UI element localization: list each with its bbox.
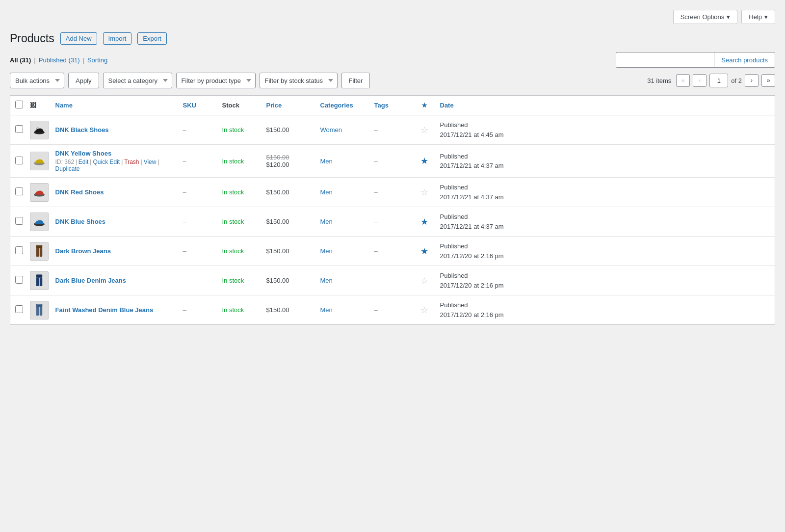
product-type-select[interactable]: Filter by product type — [176, 73, 256, 88]
items-count: 31 items — [647, 77, 671, 84]
product-date-cell: Published2017/12/20 at 2:16 pm — [435, 266, 775, 295]
product-tags-cell: – — [369, 145, 414, 178]
date-value: Published2017/12/21 at 4:37 am — [440, 184, 504, 201]
filter-link-sorting[interactable]: Sorting — [87, 56, 107, 64]
th-price[interactable]: Price — [262, 96, 315, 115]
product-name-link[interactable]: DNK Blue Shoes — [55, 218, 173, 225]
category-link[interactable]: Men — [320, 188, 333, 196]
actions-row: Bulk actions Apply Select a category Fil… — [10, 73, 775, 88]
product-name-link[interactable]: DNK Yellow Shoes — [55, 150, 173, 157]
svg-rect-9 — [36, 277, 38, 286]
product-sku-cell: – — [178, 145, 217, 178]
help-button[interactable]: Help ▾ — [741, 10, 775, 24]
th-sku[interactable]: SKU — [178, 96, 217, 115]
edit-link[interactable]: Edit — [78, 159, 89, 165]
row-checkbox[interactable] — [15, 276, 23, 284]
tags-value: – — [374, 277, 378, 284]
category-link[interactable]: Men — [320, 158, 333, 165]
date-value: Published2017/12/20 at 2:16 pm — [440, 242, 504, 260]
filter-links: All (31) | Published (31) | Sorting — [10, 56, 107, 64]
single-price: $150.00 — [266, 277, 289, 284]
filter-button[interactable]: Filter — [341, 73, 370, 88]
quick-edit-link[interactable]: Quick Edit — [93, 159, 120, 165]
search-input[interactable] — [616, 52, 714, 68]
product-name-link[interactable]: Dark Blue Denim Jeans — [55, 277, 173, 284]
prev-page-button[interactable]: ‹ — [693, 74, 706, 87]
svg-rect-6 — [39, 248, 42, 256]
date-value: Published2017/12/21 at 4:37 am — [440, 213, 504, 230]
featured-star-icon[interactable]: ★ — [420, 156, 428, 166]
category-link[interactable]: Men — [320, 218, 333, 225]
product-name-link[interactable]: DNK Black Shoes — [55, 126, 173, 133]
add-new-button[interactable]: Add New — [60, 32, 97, 45]
th-date[interactable]: Date — [435, 96, 775, 115]
featured-star-icon[interactable]: ★ — [420, 246, 428, 256]
product-price-cell: $150.00 — [262, 295, 315, 325]
filter-link-published[interactable]: Published (31) — [39, 56, 80, 64]
last-page-button[interactable]: » — [761, 74, 775, 87]
page-number-input[interactable] — [709, 74, 728, 87]
bulk-actions-select[interactable]: Bulk actions — [10, 73, 64, 88]
search-box: Search products — [616, 52, 775, 68]
stock-status: In stock — [222, 218, 244, 225]
export-button[interactable]: Export — [137, 32, 167, 45]
featured-star-icon[interactable]: ☆ — [420, 125, 428, 135]
svg-rect-14 — [39, 307, 42, 315]
th-tags[interactable]: Tags — [369, 96, 414, 115]
featured-star-icon[interactable]: ☆ — [420, 305, 428, 315]
duplicate-link[interactable]: Duplicate — [55, 165, 80, 172]
featured-star-icon[interactable]: ☆ — [420, 276, 428, 286]
category-select[interactable]: Select a category — [103, 73, 172, 88]
row-checkbox[interactable] — [15, 187, 23, 195]
help-label: Help — [749, 13, 762, 21]
row-id: ID: 362 | — [55, 159, 78, 165]
product-price-cell: $150.00 — [262, 266, 315, 295]
row-checkbox[interactable] — [15, 305, 23, 313]
row-checkbox[interactable] — [15, 246, 23, 254]
category-link[interactable]: Women — [320, 126, 342, 133]
product-stock-cell: In stock — [217, 266, 262, 295]
row-checkbox[interactable] — [15, 217, 23, 225]
featured-star-icon[interactable]: ★ — [420, 217, 428, 227]
product-stock-cell: In stock — [217, 145, 262, 178]
th-categories[interactable]: Categories — [315, 96, 369, 115]
product-featured-cell: ☆ — [414, 115, 435, 145]
screen-options-button[interactable]: Screen Options ▾ — [673, 10, 738, 24]
stock-status: In stock — [222, 188, 244, 196]
import-button[interactable]: Import — [103, 32, 132, 45]
th-name[interactable]: Name — [51, 96, 178, 115]
product-sku-cell: – — [178, 207, 217, 237]
sep1: | — [34, 56, 35, 64]
row-checkbox[interactable] — [15, 157, 23, 164]
filter-link-all[interactable]: All (31) — [10, 56, 31, 64]
screen-options-chevron-icon: ▾ — [727, 13, 730, 21]
category-link[interactable]: Men — [320, 277, 333, 284]
category-link[interactable]: Men — [320, 306, 333, 314]
product-name-link[interactable]: Dark Brown Jeans — [55, 247, 173, 255]
featured-star-icon[interactable]: ☆ — [420, 187, 428, 197]
product-image-cell — [25, 207, 51, 237]
product-categories-cell: Women — [315, 115, 369, 145]
product-thumbnail — [30, 242, 49, 261]
row-checkbox[interactable] — [15, 125, 23, 133]
select-all-checkbox[interactable] — [15, 101, 23, 108]
category-link[interactable]: Men — [320, 247, 333, 255]
product-price-cell: $150.00 — [262, 178, 315, 207]
regular-price: $150.00 — [266, 154, 311, 161]
th-checkbox — [10, 96, 25, 115]
product-name-link[interactable]: DNK Red Shoes — [55, 188, 173, 196]
product-name-cell: DNK Blue Shoes — [51, 207, 178, 237]
product-name-link[interactable]: Faint Washed Denim Blue Jeans — [55, 306, 173, 314]
search-products-button[interactable]: Search products — [714, 52, 775, 68]
tags-value: – — [374, 158, 378, 165]
view-link[interactable]: View — [144, 159, 157, 165]
product-tags-cell: – — [369, 266, 414, 295]
next-page-button[interactable]: › — [745, 74, 759, 87]
trash-link[interactable]: Trash — [124, 159, 139, 165]
stock-status-select[interactable]: Filter by stock status — [260, 73, 338, 88]
first-page-button[interactable]: « — [676, 74, 690, 87]
product-thumbnail — [30, 213, 49, 231]
tags-value: – — [374, 218, 378, 225]
apply-button[interactable]: Apply — [68, 73, 99, 88]
product-sku-cell: – — [178, 115, 217, 145]
